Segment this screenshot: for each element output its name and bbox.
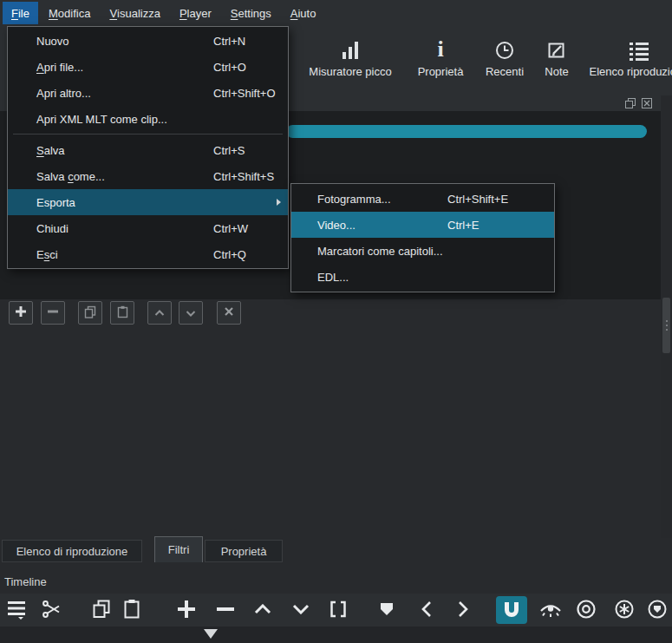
menu-item-shortcut: Ctrl+E (447, 219, 479, 232)
add-filter-button[interactable] (9, 301, 33, 325)
menu-item-label: Salva (36, 144, 65, 157)
menubar-item-file[interactable]: File (3, 2, 38, 24)
menu-item-apri-altro[interactable]: Apri altro... Ctrl+Shift+O (8, 80, 288, 106)
menu-item-apri-file[interactable]: Apri file... Ctrl+O (8, 54, 288, 80)
copy-button[interactable] (88, 596, 115, 624)
menubar-item-visualizza[interactable]: Visualizza (101, 2, 169, 24)
marker-button[interactable] (373, 596, 401, 624)
magnet-icon (501, 600, 522, 621)
overwrite-button[interactable] (287, 596, 315, 624)
menu-item-salva[interactable]: Salva Ctrl+S (8, 137, 288, 163)
menu-item-shortcut: Ctrl+Shift+S (213, 170, 274, 183)
playlist-icon (583, 35, 672, 61)
scrub-toggle-button[interactable] (537, 596, 564, 624)
timeline-ruler[interactable] (0, 627, 672, 643)
scrollbar-handle[interactable] (662, 298, 670, 353)
tab-label: Proprietà (221, 545, 267, 558)
paste-filters-button[interactable] (110, 301, 134, 325)
submenu-item-marcatori-capitoli[interactable]: Marcatori come capitoli... (291, 238, 554, 264)
submenu-item-edl[interactable]: EDL... (291, 264, 554, 290)
toolbar-item-label: Recenti (475, 65, 534, 78)
ripple-toggle-button[interactable] (572, 596, 600, 624)
copy-filters-button[interactable] (78, 301, 102, 325)
tab-playlist[interactable]: Elenco di riproduzione (2, 540, 142, 562)
timeline-toolbar (0, 594, 672, 627)
vertical-scrollbar[interactable] (661, 95, 672, 538)
timeline-section-title: Timeline (4, 575, 47, 588)
menubar-item-modifica[interactable]: Modifica (40, 2, 99, 24)
menu-item-chiudi[interactable]: Chiudi Ctrl+W (8, 215, 288, 241)
menu-item-shortcut: Ctrl+Q (213, 248, 246, 261)
playhead-marker[interactable] (204, 629, 218, 639)
scissors-icon (42, 599, 62, 622)
move-filter-down-button[interactable] (179, 301, 203, 325)
close-panel-icon[interactable] (642, 98, 652, 108)
tab-label: Elenco di riproduzione (16, 545, 128, 558)
clock-icon (475, 35, 534, 61)
menu-item-label: EDL... (317, 271, 349, 284)
export-submenu: Fotogramma... Ctrl+Shift+E Video... Ctrl… (290, 183, 555, 292)
filter-buttons-row (0, 301, 661, 327)
tab-label: Filtri (168, 543, 190, 556)
menubar-item-settings[interactable]: Settings (222, 2, 280, 24)
plus-icon (15, 305, 27, 320)
toolbar-item-notes[interactable]: Note (534, 35, 579, 78)
menu-item-label: Esci (36, 248, 58, 261)
menu-item-esporta[interactable]: Esporta (8, 189, 288, 215)
toolbar-item-label: Note (534, 65, 579, 78)
split-button[interactable] (324, 596, 352, 624)
menu-item-label: Chiudi (36, 222, 69, 235)
remove-filter-button[interactable] (41, 301, 65, 325)
menu-item-shortcut: Ctrl+S (213, 144, 245, 157)
lift-button[interactable] (249, 596, 277, 624)
submenu-arrow-icon (277, 199, 281, 206)
submenu-item-video[interactable]: Video... Ctrl+E (291, 212, 554, 238)
menu-item-esci[interactable]: Esci Ctrl+Q (8, 241, 288, 267)
panel-tabs: Elenco di riproduzione Filtri Proprietà (0, 536, 672, 564)
chevron-down-icon (292, 604, 310, 617)
move-filter-up-button[interactable] (147, 301, 172, 325)
previous-marker-button[interactable] (413, 596, 440, 624)
menubar: File Modifica Visualizza Player Settings… (0, 0, 672, 26)
float-panel-icon[interactable] (625, 98, 636, 108)
menu-item-label: Apri altro... (36, 87, 91, 100)
toolbar-item-properties[interactable]: i Proprietà (408, 35, 473, 78)
snap-toggle-button[interactable] (496, 596, 527, 624)
copy-icon (91, 599, 112, 622)
ripple-delete-button[interactable] (212, 596, 239, 624)
paste-icon (116, 305, 129, 321)
toolbar-item-peak-meter[interactable]: Misuratore picco (300, 35, 401, 78)
chevron-left-icon (421, 600, 433, 620)
paste-button[interactable] (118, 596, 146, 624)
toolbar-item-playlist[interactable]: Elenco riproduzione (583, 35, 672, 78)
teal-progress-bar[interactable] (286, 125, 647, 138)
tab-properties[interactable]: Proprietà (205, 540, 283, 562)
ripple-markers-toggle-button[interactable] (643, 596, 671, 624)
file-menu: Nuovo Ctrl+N Apri file... Ctrl+O Apri al… (7, 26, 289, 269)
toolbar-item-label: Proprietà (408, 65, 473, 78)
info-icon: i (408, 35, 473, 61)
append-button[interactable] (173, 596, 200, 624)
ripple-all-tracks-toggle-button[interactable] (610, 596, 638, 624)
submenu-item-fotogramma[interactable]: Fotogramma... Ctrl+Shift+E (291, 186, 554, 212)
menu-item-label: Esporta (36, 196, 75, 209)
menu-item-nuovo[interactable]: Nuovo Ctrl+N (8, 28, 288, 54)
chevron-right-icon (457, 600, 469, 620)
close-icon (224, 306, 234, 319)
toolbar-item-label: Elenco riproduzione (583, 65, 672, 78)
menu-item-label: Apri XML MLT come clip... (36, 113, 167, 126)
split-icon (329, 600, 348, 620)
next-marker-button[interactable] (449, 596, 477, 624)
circled-asterisk-icon (614, 599, 635, 622)
toolbar-item-recent[interactable]: Recenti (475, 35, 534, 78)
shotcut-window: File Modifica Visualizza Player Settings… (0, 0, 672, 643)
deselect-filter-button[interactable] (217, 301, 241, 325)
cut-button[interactable] (38, 596, 66, 624)
menubar-item-player[interactable]: Player (171, 2, 220, 24)
menubar-item-aiuto[interactable]: Aiuto (282, 2, 325, 24)
copy-icon (84, 305, 97, 321)
timeline-menu-button[interactable] (3, 596, 30, 624)
menu-item-apri-xml-mlt[interactable]: Apri XML MLT come clip... (8, 106, 288, 132)
tab-filters[interactable]: Filtri (154, 536, 203, 562)
menu-item-salva-come[interactable]: Salva come... Ctrl+Shift+S (8, 163, 288, 189)
